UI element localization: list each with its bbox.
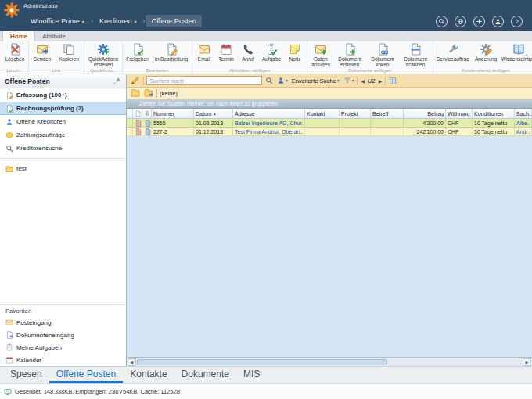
dokument-linken-button[interactable]: Dokument linken [366, 42, 399, 67]
horizontal-scrollbar[interactable]: ◀ ▶ [127, 357, 532, 366]
search-go-button[interactable] [264, 76, 274, 85]
search-toolbar: ▾ Erweiterte Suche ▾ ▾ ◀ U2 ▶ [127, 74, 532, 88]
table-row[interactable]: 5555 01.03.2013 Balzer Ingenieure AG, Ch… [127, 119, 532, 128]
favorite-item-dokumenteneingang[interactable]: Dokumenteneingang [0, 329, 126, 341]
workspace-tab-offene-posten[interactable]: Offene Posten [49, 367, 124, 383]
sachbearbeiter-link[interactable]: Albe... [516, 120, 530, 126]
breadcrumb-item-offene-posten[interactable]: Offene Posten [146, 15, 201, 27]
scroll-right-icon[interactable]: ▶ [523, 358, 531, 366]
adresse-link[interactable]: Balzer Ingenieure AG, Chur... [235, 120, 303, 126]
favorite-item-kalender[interactable]: Kalender [0, 354, 126, 366]
kopieren-button[interactable]: Kopieren [55, 42, 83, 62]
column-header-betreff[interactable]: Betreff [371, 109, 404, 118]
column-header-konditionen[interactable]: Konditionen [473, 109, 515, 118]
search-input[interactable] [146, 76, 262, 85]
sidebar-item-offene-kreditoren[interactable]: Offene Kreditoren [0, 115, 126, 128]
new-document-icon [343, 43, 356, 56]
folder-button[interactable] [130, 88, 141, 99]
ribbon-tab-home[interactable]: Home [2, 31, 35, 41]
sidebar-item-rechnungspruefung[interactable]: Rechnungsprüfung (2) [0, 102, 126, 115]
column-header-waehrung[interactable]: Währung [446, 109, 473, 118]
erweiterte-suche-button[interactable]: Erweiterte Suche ▾ [291, 77, 340, 85]
column-header-kontakt[interactable]: Kontakt [305, 109, 340, 118]
first-record-button[interactable]: ◀ [360, 77, 365, 84]
change-gear-icon [480, 43, 492, 56]
table-row[interactable]: 227-2 01.12.2018 Test Firma Andrist, Obe… [127, 128, 532, 136]
filter-button[interactable]: ▾ [343, 76, 355, 85]
row-selector-column-header[interactable] [127, 109, 133, 118]
loeschen-button[interactable]: Löschen [2, 42, 27, 62]
cell-datum: 01.03.2013 [194, 119, 233, 127]
dokument-erstellen-button[interactable]: Dokument erstellen [333, 42, 366, 67]
cell-nummer: 227-2 [152, 128, 194, 135]
workspace-tab-spesen[interactable]: Spesen [3, 367, 49, 383]
view-filter-value[interactable]: (keine) [160, 90, 178, 97]
cell-kontakt [305, 119, 340, 127]
in-bearbeitung-button[interactable]: In Bearbeitung [152, 42, 191, 62]
navbar-icon-group: ? [436, 16, 532, 27]
aenderung-button[interactable]: Änderung [472, 42, 500, 62]
collapse-ribbon-icon[interactable]: ^ [525, 52, 528, 59]
column-header-adresse[interactable]: Adresse [233, 109, 305, 118]
anruf-button[interactable]: Anruf [237, 42, 259, 62]
user-filter-button[interactable]: ▾ [276, 76, 289, 85]
group-by-bar[interactable]: Ziehen Sie Spalten hierher, um nach ihne… [127, 99, 532, 109]
add-icon[interactable] [473, 16, 485, 27]
task-clipboard-icon [265, 43, 278, 56]
senden-button[interactable]: Senden [30, 42, 55, 62]
edit-button[interactable] [130, 75, 141, 86]
sidebar-item-zahlungsauftraege[interactable]: Zahlungsaufträge [0, 128, 126, 142]
column-header-nummer[interactable]: Nummer [152, 109, 194, 118]
daten-anfuegen-button[interactable]: Daten anfügen [308, 42, 333, 67]
scroll-left-icon[interactable]: ◀ [128, 358, 136, 366]
termin-button[interactable]: Termin [215, 42, 237, 62]
ribbon-tab-attribute[interactable]: Attribute [35, 31, 73, 41]
globe-icon[interactable] [455, 16, 466, 27]
title-bar: Administrator [0, 0, 532, 12]
pin-icon[interactable] [113, 77, 121, 85]
email-button[interactable]: Email [193, 42, 215, 62]
adresse-link[interactable]: Test Firma Andrist, Oberart... [235, 129, 303, 135]
column-header-projekt[interactable]: Projekt [340, 109, 371, 118]
export-grid-button[interactable] [388, 76, 397, 85]
sidebar-item-kreditorensuche[interactable]: Kreditorensuche [0, 142, 126, 155]
attach-data-icon [315, 43, 327, 56]
breadcrumb-item-winoffice-prime[interactable]: Winoffice Prime ▾ [25, 15, 90, 27]
quickactions-erstellen-button[interactable]: QuickActions erstellen [85, 42, 121, 67]
notiz-button[interactable]: Notiz [284, 42, 306, 62]
column-header-sachbearbeiter[interactable]: Sach... [515, 109, 532, 118]
freigeben-button[interactable]: Freigeben [124, 42, 152, 62]
row-selector-cell [127, 119, 133, 127]
sidebar-title: Offene Posten [5, 77, 50, 85]
view-toolbar: (keine) [127, 88, 532, 99]
view-folder-button[interactable] [143, 88, 154, 99]
breadcrumb-item-kreditoren[interactable]: Kreditoren ▾ [94, 15, 142, 27]
document-type-cell [133, 119, 142, 127]
dokument-scannen-button[interactable]: Dokument scannen [399, 42, 432, 67]
document-blue-icon [144, 128, 151, 135]
attachment-column-header[interactable] [142, 109, 152, 118]
scrollbar-thumb[interactable] [137, 359, 387, 365]
sidebar-item-erfassung[interactable]: Erfassung (100+) [0, 88, 126, 102]
favorite-item-posteingang[interactable]: Posteingang [0, 316, 126, 329]
workspace-tab-dokumente[interactable]: Dokumente [174, 367, 236, 383]
last-record-button[interactable]: ▶ [378, 77, 383, 84]
sachbearbeiter-link[interactable]: Andr... [516, 129, 530, 135]
favorite-item-meine-aufgaben[interactable]: Meine Aufgaben [0, 341, 126, 354]
serviceauftrag-button[interactable]: Serviceauftrag [434, 42, 472, 62]
user-icon[interactable] [492, 16, 504, 27]
app-window: Administrator Winoffice Prime ▾ › Kredit… [0, 0, 532, 399]
search-icon[interactable] [436, 16, 448, 27]
caret-down-icon: ▾ [337, 78, 340, 83]
sidebar-tree: test [0, 160, 126, 304]
pencil-icon [131, 76, 140, 85]
workspace-tab-mis[interactable]: MIS [236, 367, 267, 383]
column-header-betrag[interactable]: Betrag [404, 109, 446, 118]
status-bar: Gesendet: 148'338KB, Empfangen: 236'754K… [0, 383, 532, 399]
tree-item-test[interactable]: test [0, 162, 126, 175]
aufgabe-button[interactable]: Aufgabe [259, 42, 284, 62]
document-column-header[interactable] [133, 109, 142, 118]
help-icon[interactable]: ? [511, 16, 523, 27]
column-header-datum[interactable]: Datum▲ [194, 109, 233, 118]
workspace-tab-kontakte[interactable]: Kontakte [123, 367, 174, 383]
